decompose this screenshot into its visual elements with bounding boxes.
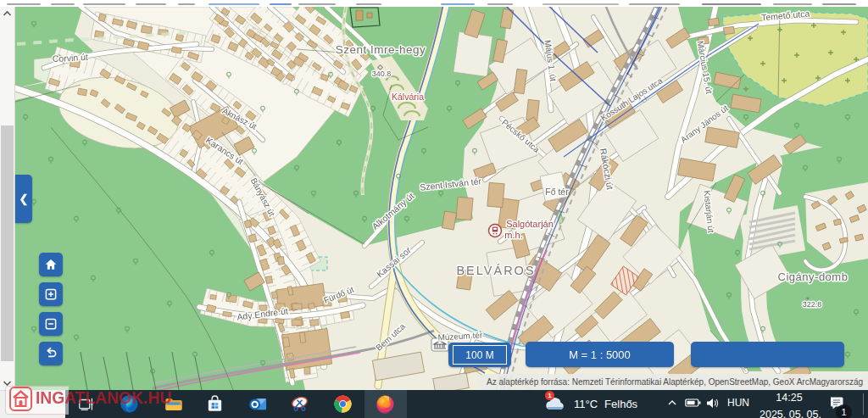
map-label: Corvin út	[52, 52, 88, 64]
attribution-text: Az alaptérkép forrása: Nemzeti Térinform…	[487, 377, 863, 387]
scrollbar-up-icon[interactable]	[0, 10, 14, 19]
map-label: BELVÁROS	[456, 264, 535, 277]
scrollbar-down-icon[interactable]	[0, 380, 14, 388]
map-ratio-label: M = 1 : 5000	[569, 348, 631, 361]
tray-date: 2025. 05. 05.	[760, 409, 819, 418]
tray-language-indicator[interactable]: HUN	[727, 397, 749, 409]
desktop-screen: {"map":{"attribution":"Az alaptérkép for…	[0, 0, 868, 418]
page-scrollbar[interactable]	[0, 7, 15, 390]
taskbar-microsoft-store-icon[interactable]	[203, 393, 226, 415]
taskbar-left-pad	[0, 390, 65, 418]
taskbar-snipping-tool-icon[interactable]	[288, 393, 311, 415]
taskbar-file-explorer-icon[interactable]	[162, 393, 185, 415]
scale-bar-box: 100 M	[453, 345, 507, 365]
zoom-in-icon	[43, 287, 58, 302]
weather-temperature: 11°C	[574, 398, 598, 410]
home-button[interactable]	[39, 253, 63, 276]
map-attribution: Az alaptérkép forrása: Nemzeti Térinform…	[481, 374, 868, 391]
taskbar-edge-icon[interactable]	[118, 393, 141, 415]
blank-blue-button[interactable]	[691, 342, 844, 367]
map-label: Kálvária	[392, 92, 424, 102]
weather-condition: Felhős	[604, 398, 637, 410]
taskbar-weather[interactable]: 1 11°C Felhős	[544, 390, 637, 418]
map-canvas[interactable]: Corvin útSzent Imre-hegy340.8KálváriaAkn…	[0, 7, 868, 390]
map-label: m.h.	[504, 230, 522, 240]
weather-cloud-icon: 1	[544, 396, 566, 413]
scale-bar-button[interactable]: 100 M	[448, 343, 511, 367]
undo-icon	[43, 346, 58, 361]
taskbar-main: 1 11°C Felhős HUN 14:25 2025. 05. 05. 1	[65, 390, 868, 418]
zoom-out-icon	[43, 316, 58, 332]
taskbar: 1 11°C Felhős HUN 14:25 2025. 05. 05. 1	[0, 390, 868, 418]
taskbar-task-view-icon[interactable]	[75, 393, 97, 415]
cropped-text-edge	[0, 0, 868, 7]
map-ratio-button[interactable]: M = 1 : 5000	[526, 342, 674, 367]
map-art: Corvin útSzent Imre-hegy340.8KálváriaAkn…	[0, 7, 868, 390]
home-icon	[43, 257, 58, 272]
taskbar-chrome-icon[interactable]	[331, 393, 354, 415]
scale-bar-label: 100 M	[465, 349, 493, 361]
undo-button[interactable]	[39, 342, 63, 365]
tray-time: 14:25	[760, 393, 819, 404]
tray-hidden-icons-chevron[interactable]	[667, 398, 677, 407]
taskbar-outlook-icon[interactable]	[247, 393, 270, 415]
station-icon	[489, 225, 502, 237]
panel-collapse-button[interactable]: ❮	[15, 175, 32, 223]
taskbar-firefox-icon[interactable]	[374, 393, 397, 415]
weather-badge: 1	[545, 391, 554, 400]
map-label: Szent Imre-hegy	[336, 43, 426, 56]
tray-clock[interactable]: 14:25 2025. 05. 05.	[760, 393, 819, 418]
show-desktop-separator[interactable]	[863, 393, 864, 415]
language-label: HUN	[727, 397, 749, 409]
map-label: Fő tér	[545, 187, 569, 197]
zoom-in-button[interactable]	[39, 282, 63, 306]
map-label: Salgótarján	[506, 219, 554, 229]
map-label: 340.8	[372, 70, 392, 78]
map-label: Cigány-domb	[778, 270, 849, 283]
scrollbar-thumb[interactable]	[1, 125, 14, 361]
tray-notification-icon[interactable]: 1	[829, 396, 844, 413]
zoom-out-button[interactable]	[39, 312, 63, 336]
chevron-left-icon: ❮	[19, 192, 29, 205]
tray-battery-icon[interactable]	[685, 398, 701, 408]
notification-badge: 1	[836, 404, 852, 418]
map-label: 322.8	[803, 300, 822, 309]
tray-speaker-icon[interactable]	[706, 398, 719, 409]
